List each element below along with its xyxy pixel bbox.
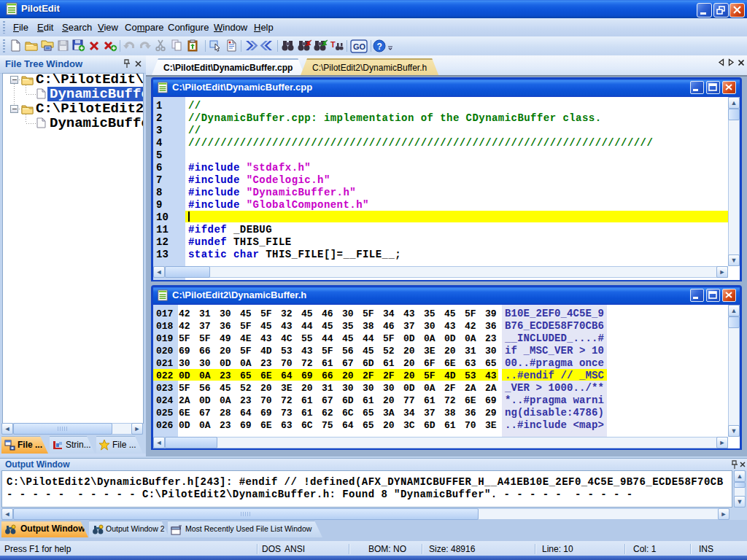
svg-text:GO: GO <box>353 42 366 51</box>
svg-text:T: T <box>330 40 336 49</box>
svg-text:?: ? <box>377 42 382 52</box>
